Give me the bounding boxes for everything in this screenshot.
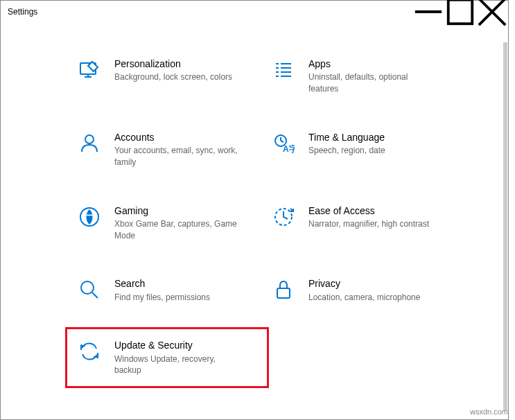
svg-point-23 [81, 281, 94, 294]
update-security-icon [77, 339, 102, 364]
apps-icon [271, 58, 296, 82]
item-title: Gaming [114, 204, 239, 217]
item-desc: Location, camera, microphone [308, 292, 420, 304]
window-title: Settings [8, 7, 37, 17]
content-area: Personalization Background, lock screen,… [1, 23, 508, 419]
settings-item-time-language[interactable]: A字 Time & Language Speech, region, date [271, 131, 451, 168]
personalization-icon [77, 58, 102, 82]
accounts-icon [77, 131, 102, 156]
settings-item-personalization[interactable]: Personalization Background, lock screen,… [77, 58, 257, 95]
settings-item-privacy[interactable]: Privacy Location, camera, microphone [271, 277, 451, 303]
svg-text:A字: A字 [283, 144, 295, 154]
item-desc: Find my files, permissions [114, 292, 210, 304]
item-desc: Speech, region, date [308, 145, 385, 157]
close-button[interactable] [476, 1, 508, 23]
item-title: Personalization [114, 58, 232, 70]
settings-item-accounts[interactable]: Accounts Your accounts, email, sync, wor… [77, 131, 257, 168]
item-desc: Windows Update, recovery, backup [114, 353, 239, 377]
item-desc: Your accounts, email, sync, work, family [114, 145, 239, 168]
ease-of-access-icon [271, 204, 296, 229]
settings-item-apps[interactable]: Apps Uninstall, defaults, optional featu… [271, 58, 451, 95]
search-icon [77, 277, 102, 302]
settings-grid: Personalization Background, lock screen,… [77, 58, 466, 376]
item-desc: Narrator, magnifier, high contrast [308, 218, 429, 230]
settings-item-search[interactable]: Search Find my files, permissions [77, 277, 257, 303]
item-title: Update & Security [114, 339, 239, 351]
titlebar: Settings [1, 1, 508, 23]
privacy-icon [271, 277, 296, 302]
item-title: Time & Language [308, 131, 385, 143]
svg-rect-25 [277, 288, 290, 298]
settings-item-ease-of-access[interactable]: Ease of Access Narrator, magnifier, high… [271, 204, 451, 242]
svg-line-19 [281, 141, 283, 142]
item-title: Search [114, 277, 210, 290]
watermark: wsxdn.com [470, 408, 508, 416]
item-desc: Xbox Game Bar, captures, Game Mode [114, 218, 239, 242]
settings-item-gaming[interactable]: Gaming Xbox Game Bar, captures, Game Mod… [77, 204, 257, 242]
item-desc: Uninstall, defaults, optional features [308, 71, 433, 95]
item-title: Accounts [114, 131, 239, 143]
item-title: Apps [308, 58, 433, 70]
svg-point-16 [85, 135, 94, 143]
settings-item-update-security[interactable]: Update & Security Windows Update, recove… [65, 327, 269, 388]
svg-line-24 [92, 292, 98, 298]
maximize-button[interactable] [444, 1, 476, 23]
scrollbar[interactable] [503, 42, 507, 411]
window-controls [412, 1, 508, 23]
svg-rect-1 [448, 0, 473, 24]
gaming-icon [77, 204, 102, 229]
minimize-button[interactable] [412, 1, 444, 23]
item-title: Ease of Access [308, 204, 429, 217]
item-desc: Background, lock screen, colors [114, 71, 232, 83]
time-language-icon: A字 [271, 131, 296, 156]
settings-window: Settings Personalization Background, loc… [0, 0, 509, 420]
item-title: Privacy [308, 277, 420, 290]
